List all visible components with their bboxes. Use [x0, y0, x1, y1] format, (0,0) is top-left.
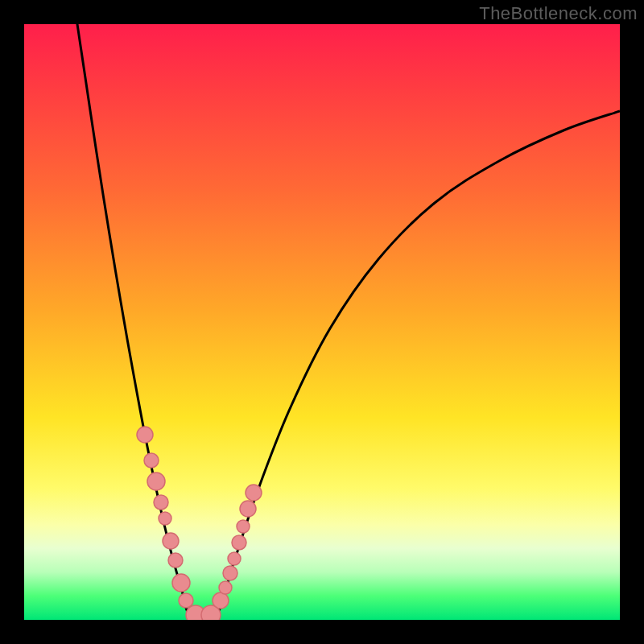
sample-point: [237, 520, 250, 533]
sample-point: [219, 581, 232, 594]
sample-point: [168, 553, 183, 568]
sample-point: [246, 485, 262, 501]
plot-area: [24, 24, 620, 620]
sample-point: [179, 593, 193, 608]
bottleneck-chart: [24, 24, 620, 620]
sample-point: [213, 592, 229, 609]
sample-point: [159, 512, 171, 525]
sample-point: [232, 535, 246, 550]
sample-points-group: [137, 427, 262, 620]
sample-point: [223, 566, 237, 580]
sample-point: [147, 473, 165, 490]
sample-point: [228, 552, 241, 565]
sample-point: [240, 501, 256, 517]
sample-point: [137, 427, 153, 443]
sample-point: [172, 574, 190, 592]
sample-point: [154, 495, 168, 510]
sample-point: [163, 533, 179, 549]
watermark-text: TheBottleneck.com: [479, 3, 638, 24]
sample-point: [144, 453, 159, 468]
bottleneck-curve: [72, 24, 620, 620]
